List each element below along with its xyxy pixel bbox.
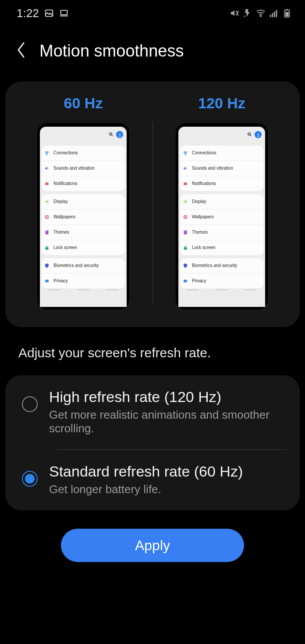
svg-rect-30 — [184, 231, 187, 235]
wifi-icon — [256, 8, 266, 18]
status-time: 1:22 — [17, 7, 39, 20]
radio-high[interactable] — [22, 396, 38, 412]
svg-rect-5 — [274, 11, 275, 17]
wall-icon — [44, 214, 50, 220]
svg-rect-19 — [46, 231, 47, 232]
sound-icon — [183, 166, 188, 171]
display-icon — [44, 199, 50, 204]
svg-point-2 — [260, 15, 262, 17]
apply-button[interactable]: Apply — [61, 529, 244, 562]
svg-rect-13 — [45, 183, 49, 185]
settings-row: Biometrics and security — [42, 258, 125, 273]
settings-row-label: Wallpapers — [192, 215, 214, 219]
signal-icon — [269, 8, 279, 18]
wifi-icon — [183, 150, 188, 156]
option-high[interactable]: High refresh rate (120 Hz)Get more reali… — [5, 375, 300, 449]
settings-row: Display — [42, 194, 125, 209]
svg-point-12 — [46, 154, 47, 155]
svg-rect-20 — [46, 247, 49, 250]
lock-icon — [183, 245, 188, 250]
settings-row: Lock screen — [180, 240, 263, 255]
preview-card: 60 Hz 120 Hz ConnectionsSounds and vibra… — [5, 82, 300, 327]
settings-row-label: Lock screen — [192, 246, 216, 250]
svg-rect-32 — [184, 247, 187, 250]
user-icon — [255, 131, 262, 138]
flash-off-icon — [243, 8, 252, 18]
settings-row-label: Themes — [192, 230, 208, 235]
settings-row: Notifications — [180, 176, 263, 191]
svg-rect-14 — [46, 182, 48, 183]
settings-row-label: Wallpapers — [53, 215, 75, 219]
settings-row-label: Lock screen — [53, 246, 77, 250]
svg-rect-21 — [45, 280, 49, 282]
settings-row: Connections — [42, 146, 125, 160]
svg-rect-3 — [270, 15, 271, 17]
settings-row-label: Connections — [192, 151, 216, 155]
user-icon — [116, 131, 123, 138]
radio-standard[interactable] — [22, 471, 38, 487]
settings-row-label: Privacy — [53, 279, 68, 283]
svg-rect-8 — [286, 9, 288, 11]
svg-rect-6 — [276, 10, 277, 17]
svg-point-23 — [258, 133, 259, 135]
settings-row-label: Biometrics and security — [53, 263, 99, 268]
battery-icon — [282, 8, 292, 18]
settings-row: Privacy — [42, 273, 125, 288]
settings-row-label: Sounds and vibration — [53, 166, 95, 171]
svg-point-15 — [46, 201, 48, 203]
settings-row: Privacy — [180, 273, 263, 288]
option-standard[interactable]: Standard refresh rate (60 Hz)Get longer … — [5, 450, 300, 510]
settings-row-label: Sounds and vibration — [192, 166, 233, 171]
page-title: Motion smoothness — [39, 42, 184, 60]
settings-row-label: Connections — [53, 151, 78, 155]
settings-row: Sounds and vibration — [180, 160, 263, 176]
themes-icon — [44, 230, 50, 235]
svg-point-10 — [110, 133, 112, 135]
option-title: Standard refresh rate (60 Hz) — [49, 463, 243, 480]
settings-row: Themes — [180, 224, 263, 240]
preview-divider — [152, 121, 153, 305]
back-button[interactable] — [15, 41, 27, 60]
svg-rect-18 — [46, 231, 49, 235]
settings-row-label: Notifications — [192, 181, 216, 186]
settings-row-label: Display — [192, 199, 206, 204]
svg-rect-33 — [184, 280, 187, 282]
settings-row: Biometrics and security — [180, 258, 263, 273]
display-icon — [183, 199, 188, 204]
settings-row: Notifications — [42, 176, 125, 191]
settings-row: Themes — [42, 224, 125, 240]
notif-icon — [183, 181, 188, 186]
settings-row: Display — [180, 194, 263, 209]
notif-icon — [44, 181, 50, 186]
settings-row-label: Display — [53, 199, 68, 204]
svg-rect-26 — [185, 182, 186, 183]
mute-vibrate-icon — [230, 8, 239, 18]
svg-rect-17 — [46, 216, 48, 218]
svg-rect-25 — [184, 183, 187, 185]
svg-point-24 — [185, 154, 186, 155]
svg-point-27 — [184, 201, 186, 203]
themes-icon — [183, 230, 188, 235]
preview-phone-60hz: ConnectionsSounds and vibrationNotificat… — [37, 123, 129, 310]
laptop-icon — [59, 8, 69, 18]
option-subtitle: Get more realistic animations and smooth… — [49, 408, 287, 435]
preview-phone-120hz: ConnectionsSounds and vibrationNotificat… — [176, 123, 268, 310]
svg-rect-4 — [272, 13, 273, 17]
settings-row: Wallpapers — [42, 209, 125, 224]
wall-icon — [183, 214, 188, 220]
settings-row: Connections — [180, 146, 263, 160]
settings-row: Sounds and vibration — [42, 160, 125, 176]
lock-icon — [44, 245, 50, 250]
search-icon — [109, 131, 113, 139]
svg-rect-29 — [184, 216, 187, 218]
option-title: High refresh rate (120 Hz) — [49, 388, 287, 406]
gallery-icon — [44, 8, 54, 18]
svg-point-22 — [248, 133, 251, 135]
shield-icon — [183, 263, 188, 268]
wifi-icon — [44, 150, 50, 156]
privacy-icon — [183, 278, 188, 284]
settings-row: Lock screen — [42, 240, 125, 255]
settings-row-label: Notifications — [53, 181, 77, 186]
status-left: 1:22 — [17, 7, 69, 20]
options-card: High refresh rate (120 Hz)Get more reali… — [5, 375, 300, 510]
